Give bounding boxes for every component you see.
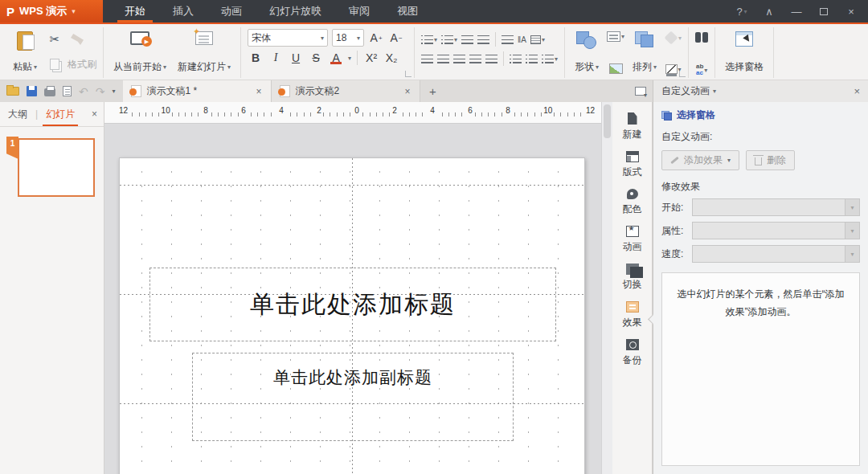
spacing-options-button[interactable]: ▾	[542, 55, 558, 63]
right-toolbar-item[interactable]: 配色	[612, 186, 652, 219]
bullets-button[interactable]: ▾	[421, 35, 437, 44]
ribbon-tab[interactable]: 插入	[159, 0, 207, 22]
document-tab[interactable]: 演示文稿2 ×	[272, 80, 420, 102]
qat-customize-dropdown-icon[interactable]: ▾	[112, 88, 115, 95]
justify-button[interactable]	[469, 55, 481, 63]
paste-button[interactable]: 粘贴▾	[10, 29, 40, 76]
align-right-button[interactable]	[453, 55, 465, 63]
superscript-button[interactable]: X²	[363, 50, 379, 66]
line-spacing-button[interactable]	[510, 55, 522, 63]
bold-button[interactable]: B	[248, 50, 264, 66]
decrease-indent-button[interactable]	[461, 35, 473, 44]
copy-button[interactable]	[45, 55, 64, 73]
tab-close-icon[interactable]: ×	[254, 86, 263, 97]
text-box-direction-button[interactable]: ▾	[530, 35, 545, 44]
tab-list-icon[interactable]	[635, 87, 646, 96]
vertical-scrollbar[interactable]	[601, 102, 612, 474]
increase-indent-button[interactable]	[477, 35, 489, 44]
distribute-button[interactable]	[485, 55, 497, 63]
print-preview-button[interactable]	[63, 86, 72, 96]
undo-button[interactable]: ↶	[79, 85, 88, 98]
ruler-number: 12	[117, 105, 129, 116]
selection-pane-link[interactable]: 选择窗格	[661, 108, 860, 122]
shapes-button[interactable]: 形状▾	[571, 29, 602, 76]
ruler-number: 4	[428, 105, 436, 116]
shape-fill-button[interactable]: ▾	[665, 31, 682, 44]
ribbon-tab[interactable]: 动画	[207, 0, 256, 22]
save-button[interactable]	[27, 86, 37, 96]
title-placeholder[interactable]: 单击此处添加标题	[149, 268, 556, 341]
right-toolbar-item[interactable]: 效果	[612, 299, 652, 332]
shapes-dialog-launcher[interactable]	[679, 71, 686, 77]
paragraph-spacing-button[interactable]	[526, 55, 538, 63]
play-from-current-button[interactable]: ▶ 从当前开始▾	[110, 29, 170, 76]
app-menu-button[interactable]: P WPS 演示 ▾	[0, 0, 103, 22]
tab-close-icon[interactable]: ×	[403, 86, 411, 97]
effect-field-select[interactable]	[692, 198, 860, 216]
insert-picture-button[interactable]	[609, 63, 623, 74]
help-button[interactable]: ?▾	[730, 2, 754, 20]
right-toolbar-item[interactable]: 切换	[612, 261, 652, 294]
replace-button[interactable]: abac ▾	[696, 63, 707, 76]
ribbon-tab[interactable]: 审阅	[335, 0, 383, 22]
redo-button[interactable]: ↷	[96, 85, 105, 98]
slides-panel-close-icon[interactable]: ×	[92, 108, 97, 120]
open-button[interactable]	[6, 87, 19, 96]
print-button[interactable]	[44, 86, 55, 96]
font-color-button[interactable]: A	[328, 50, 344, 66]
strikethrough-button[interactable]: S	[308, 50, 324, 66]
subscript-button[interactable]: X₂	[383, 50, 399, 66]
font-size-select[interactable]: 18▾	[332, 29, 364, 47]
text-box-button[interactable]: ▾	[607, 31, 624, 42]
right-toolbar-item[interactable]: 版式	[612, 149, 652, 182]
shapes-icon	[576, 31, 597, 49]
document-tab[interactable]: 演示文稿1 * ×	[123, 80, 272, 102]
text-direction-button[interactable]: ‖A	[518, 35, 526, 44]
tab-slides[interactable]: 幻灯片	[44, 103, 76, 126]
format-painter-button[interactable]	[68, 31, 87, 48]
close-button[interactable]: ×	[839, 2, 863, 20]
fill-color-icon	[665, 31, 678, 45]
increase-font-button[interactable]: A+	[368, 30, 384, 46]
right-toolbar-item[interactable]: 新建	[612, 110, 652, 144]
new-slide-button[interactable]: 新建幻灯片▾	[174, 29, 234, 76]
ribbon-tab[interactable]: 视图	[383, 0, 432, 22]
panel-dropdown-icon[interactable]: ▾	[713, 88, 716, 95]
align-left-button[interactable]	[421, 55, 433, 63]
brush-icon	[71, 34, 84, 45]
font-dialog-launcher[interactable]	[405, 71, 411, 77]
ribbon-tab[interactable]: 开始	[111, 0, 159, 22]
scrollbar-thumb[interactable]	[604, 104, 611, 138]
slide-thumbnail[interactable]: 1	[18, 138, 104, 197]
slide[interactable]: 单击此处添加标题 单击此处添加副标题	[119, 157, 585, 474]
find-button[interactable]	[695, 32, 708, 43]
ribbon-tab[interactable]: 幻灯片放映	[256, 0, 335, 22]
numbering-button[interactable]: ▾	[441, 35, 457, 44]
delete-effect-button[interactable]: 删除	[746, 150, 795, 170]
collapse-ribbon-button[interactable]: ∧	[757, 2, 781, 20]
right-toolbar-item[interactable]: 动画	[612, 223, 652, 256]
underline-button[interactable]: U	[288, 50, 304, 66]
arrange-button[interactable]: 排列▾	[629, 29, 660, 76]
decrease-font-button[interactable]: A−	[388, 30, 404, 46]
right-toolbar-item[interactable]: 备份	[612, 337, 652, 370]
effect-field-select[interactable]	[692, 245, 860, 263]
minimize-button[interactable]: —	[784, 2, 809, 20]
restore-button[interactable]	[812, 2, 836, 20]
font-name-select[interactable]: 宋体▾	[248, 29, 328, 47]
tab-outline[interactable]: 大纲	[6, 103, 29, 126]
subtitle-placeholder[interactable]: 单击此处添加副标题	[192, 353, 514, 441]
format-painter-label: 格式刷	[68, 58, 96, 72]
new-tab-button[interactable]: +	[420, 80, 444, 102]
numbering-icon	[441, 35, 453, 44]
italic-button[interactable]: I	[268, 50, 284, 66]
font-color-dropdown-icon[interactable]: ▾	[348, 55, 351, 62]
align-center-button[interactable]	[437, 55, 449, 63]
effect-field-select[interactable]	[692, 222, 860, 239]
panel-close-icon[interactable]: ×	[854, 85, 860, 97]
paragraph-mark-button[interactable]	[502, 35, 514, 44]
cut-button[interactable]: ✂	[45, 31, 64, 48]
selection-pane-button[interactable]: 选择窗格	[722, 29, 767, 76]
horizontal-ruler: 12108642024681012	[104, 102, 601, 124]
add-effect-button[interactable]: 添加效果 ▾	[661, 150, 739, 170]
